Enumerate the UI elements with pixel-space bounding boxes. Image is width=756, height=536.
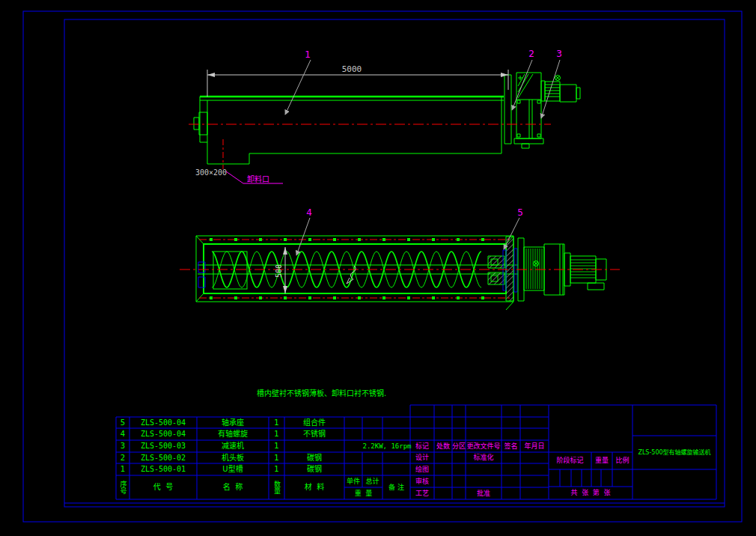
balloon-1-leader [285, 60, 311, 115]
sheet-inner-frame [64, 19, 725, 507]
balloon-3-leader [541, 60, 560, 118]
discharge-port-label: 卸料口 [247, 174, 269, 183]
balloon-1: 1 [305, 49, 311, 60]
gland-hatch-upper [488, 256, 504, 268]
drive-unit-outline-top-view [504, 73, 580, 148]
dim-500-text: 500 [275, 264, 283, 278]
screw-flight-back-edge [212, 252, 481, 287]
balloon-4: 4 [306, 207, 312, 218]
sheet-outer-frame [23, 11, 742, 522]
parts-table-and-title-block-grid [116, 405, 716, 499]
drive-fin-lines-top-view [518, 74, 560, 98]
chute-dim-text: 300×200 [195, 168, 227, 177]
cad-drawing-svg: 5000 300×200 卸料口 1 2 3 [0, 0, 756, 536]
balloon-5: 5 [517, 207, 523, 218]
balloon-4-leader [296, 218, 310, 255]
gland-hatch-lower [488, 272, 504, 284]
top-view-side-elevation: 5000 300×200 卸料口 1 2 3 [189, 49, 580, 183]
balloon-3: 3 [556, 49, 562, 59]
cad-drawing-canvas: 5000 300×200 卸料口 1 2 3 [0, 0, 756, 536]
head-plate-hatch [506, 237, 513, 301]
screw-flight-front-edge [212, 252, 481, 287]
trough-outline-and-left-bearing [194, 97, 504, 164]
balloon-2: 2 [528, 49, 534, 59]
dim-5000-text: 5000 [342, 64, 362, 74]
bottom-view-section: 500 4 5 [180, 207, 620, 310]
